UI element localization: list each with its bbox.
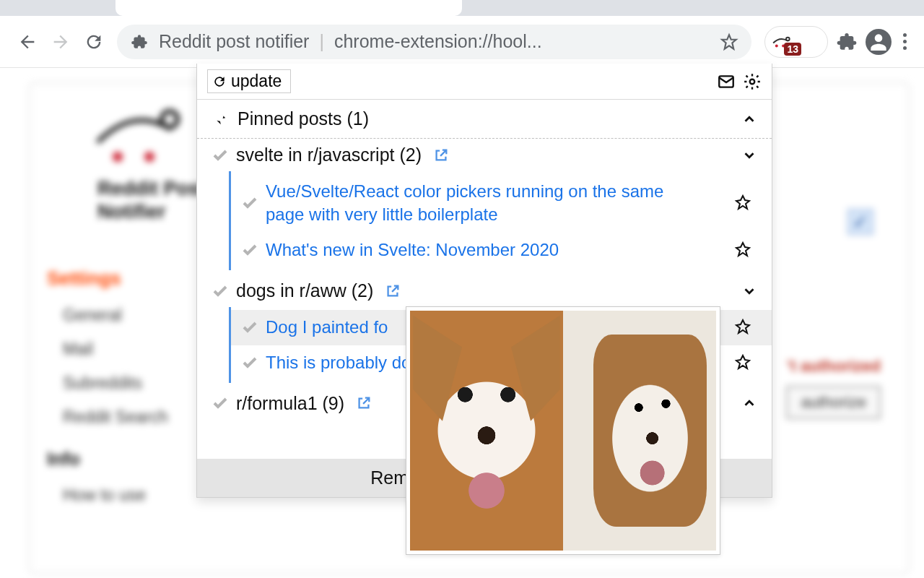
extension-badge: 13	[784, 43, 801, 56]
checkmark-icon[interactable]	[241, 354, 258, 371]
group-title: dogs in r/aww (2)	[236, 280, 373, 301]
preview-photo	[410, 311, 563, 551]
chevron-up-icon[interactable]	[741, 395, 757, 411]
bookmark-star-icon[interactable]	[720, 33, 738, 51]
preview-painting	[563, 311, 716, 551]
update-button-label: update	[231, 72, 282, 91]
checkmark-icon[interactable]	[241, 241, 258, 259]
omnibox-separator: |	[319, 31, 324, 52]
chevron-up-icon[interactable]	[741, 111, 757, 127]
settings-gear-icon[interactable]	[743, 72, 762, 91]
checkmark-icon[interactable]	[212, 282, 229, 300]
forward-icon	[51, 32, 71, 52]
extension-puzzle-icon	[130, 33, 149, 51]
open-external-icon[interactable]	[433, 147, 449, 163]
post-link[interactable]: Dog I painted fo	[266, 316, 388, 339]
svg-point-0	[775, 44, 778, 47]
group-title: svelte in r/javascript (2)	[236, 144, 422, 165]
omnibox-app-label: Reddit post notifier	[159, 31, 309, 52]
post-row[interactable]: What's new in Svelte: November 2020	[231, 233, 772, 267]
post-row[interactable]: Vue/Svelte/React color pickers running o…	[231, 174, 772, 233]
checkmark-icon[interactable]	[241, 319, 258, 336]
mail-icon[interactable]	[717, 72, 736, 91]
group-title: r/formula1 (9)	[236, 393, 344, 414]
pin-outline-icon[interactable]	[734, 354, 751, 371]
chevron-down-icon[interactable]	[741, 147, 757, 163]
svg-point-2	[786, 37, 790, 40]
post-link[interactable]: What's new in Svelte: November 2020	[266, 238, 559, 262]
browser-tabstrip	[0, 0, 924, 16]
profile-avatar[interactable]	[866, 29, 892, 55]
chevron-down-icon[interactable]	[741, 283, 757, 299]
open-external-icon[interactable]	[356, 395, 372, 411]
person-icon	[867, 30, 890, 53]
extensions-menu-icon[interactable]	[835, 30, 858, 53]
active-tab[interactable]	[116, 0, 462, 16]
popup-header: update	[197, 64, 772, 100]
svg-point-7	[750, 79, 755, 84]
search-group-row[interactable]: svelte in r/javascript (2)	[197, 139, 772, 171]
pin-outline-icon[interactable]	[734, 194, 751, 212]
checkmark-icon[interactable]	[212, 147, 229, 164]
pin-outline-icon[interactable]	[734, 241, 751, 259]
browser-toolbar: Reddit post notifier | chrome-extension:…	[0, 16, 924, 68]
refresh-icon	[212, 74, 227, 89]
pinned-posts-section[interactable]: Pinned posts (1)	[197, 100, 772, 139]
reload-icon[interactable]	[84, 32, 104, 52]
extension-button[interactable]: 13	[764, 26, 828, 58]
back-icon[interactable]	[17, 32, 38, 52]
pin-icon	[212, 111, 227, 127]
checkmark-icon[interactable]	[212, 394, 229, 412]
svg-point-3	[113, 152, 123, 162]
omnibox-url: chrome-extension://hool...	[334, 31, 542, 52]
checkbox: ✓	[847, 209, 873, 235]
omnibox[interactable]: Reddit post notifier | chrome-extension:…	[117, 25, 751, 59]
svg-point-4	[144, 152, 154, 162]
post-link[interactable]: Vue/Svelte/React color pickers running o…	[266, 180, 699, 227]
update-button[interactable]: update	[207, 69, 291, 93]
image-preview-tooltip	[406, 306, 720, 555]
pin-outline-icon[interactable]	[734, 319, 751, 336]
svg-point-5	[162, 111, 178, 127]
post-list: Vue/Svelte/React color pickers running o…	[229, 171, 772, 270]
search-group-row[interactable]: dogs in r/aww (2)	[197, 275, 772, 307]
browser-menu-icon[interactable]	[903, 33, 907, 50]
checkmark-icon[interactable]	[241, 194, 258, 212]
open-external-icon[interactable]	[385, 283, 401, 299]
pinned-posts-label: Pinned posts (1)	[237, 108, 369, 129]
